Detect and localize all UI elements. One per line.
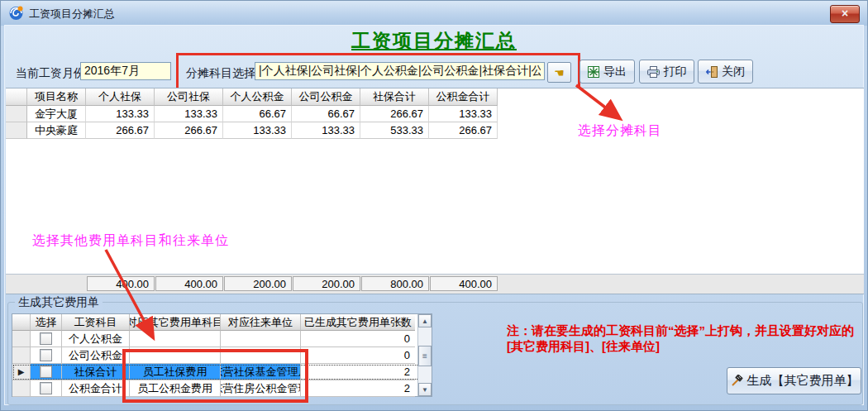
row-arrow-icon: ▶	[18, 367, 25, 376]
annotation-subject-hint: 选择分摊科目	[578, 122, 662, 140]
cell-expense-subject[interactable]: 员工公积金费用	[130, 380, 221, 397]
window-title: 工资项目分摊汇总	[29, 7, 115, 22]
cell-count[interactable]: 2	[301, 380, 415, 397]
cell[interactable]: 266.67	[429, 122, 498, 139]
cell[interactable]: 66.67	[292, 106, 360, 122]
checkbox-unchecked[interactable]	[40, 382, 52, 394]
month-label: 当前工资月份	[16, 66, 85, 81]
cell[interactable]: 533.33	[360, 122, 429, 139]
total-cell: 400.00	[430, 276, 498, 291]
row-indicator	[12, 380, 31, 397]
cell[interactable]: 266.67	[86, 122, 155, 139]
print-label: 打印	[664, 65, 687, 79]
generate-expense-button[interactable]: 生成【其它费用单】	[727, 367, 861, 394]
app-icon	[8, 5, 24, 21]
expense-header-cell: 对应往来单位	[221, 314, 301, 331]
summary-header-cell: 公司公积金	[292, 88, 360, 106]
printer-icon	[647, 66, 660, 78]
print-button[interactable]: 打印	[639, 60, 694, 84]
close-button[interactable]: 关闭	[698, 60, 753, 84]
select-checkbox-cell[interactable]	[31, 364, 62, 380]
cell[interactable]: 66.67	[223, 106, 292, 122]
cell[interactable]: 133.33	[86, 106, 155, 122]
cell-count[interactable]: 0	[301, 331, 415, 347]
expense-header-cell: 已生成其它费用单张数	[301, 314, 415, 331]
cell[interactable]: 133.33	[292, 122, 360, 139]
total-cell: 400.00	[87, 276, 155, 291]
summary-header-cell: 个人社保	[86, 88, 155, 106]
vertical-scrollbar[interactable]: ▲ ≡ ▼	[417, 314, 432, 396]
scroll-thumb[interactable]: ≡	[418, 346, 432, 366]
cell-unit[interactable]	[221, 347, 301, 364]
cell[interactable]: 133.33	[223, 122, 292, 139]
cell[interactable]: 266.67	[155, 122, 223, 139]
annotation-expense-hint: 选择其他费用单科目和往来单位	[32, 232, 229, 250]
cell-expense-subject[interactable]	[130, 347, 221, 364]
subject-picker-button[interactable]: ☚	[547, 62, 571, 83]
export-label: 导出	[603, 65, 627, 79]
generate-label: 生成【其它费用单】	[747, 373, 859, 389]
scroll-down-button[interactable]: ▼	[418, 383, 432, 396]
cell-salary-subject[interactable]: 公司公积金	[62, 347, 130, 364]
cell-salary-subject[interactable]: 公积金合计	[62, 380, 130, 397]
total-cell: 200.00	[293, 276, 360, 291]
exit-door-icon	[706, 66, 718, 78]
summary-header-cell: 项目名称	[27, 88, 86, 106]
row-indicator	[12, 331, 31, 347]
cell-count[interactable]: 0	[301, 347, 415, 364]
cell-project-name[interactable]: 中央豪庭	[27, 122, 86, 139]
summary-row[interactable]: 中央豪庭 266.67 266.67 133.33 133.33 533.33 …	[6, 122, 498, 139]
pointing-hand-icon: ☚	[554, 66, 565, 79]
cell[interactable]: 133.33	[429, 106, 498, 122]
expense-header-indicator	[12, 314, 31, 331]
page-title: 工资项目分摊汇总	[1, 28, 867, 54]
expense-header-cell: 选择	[31, 314, 62, 331]
summary-header-cell: 社保合计	[360, 88, 429, 106]
cell-unit[interactable]: 东营社保基金管理局	[221, 364, 301, 380]
cell-expense-subject[interactable]: 员工社保费用	[130, 364, 221, 380]
scroll-up-button[interactable]: ▲	[418, 314, 432, 327]
checkbox-unchecked[interactable]	[40, 366, 52, 378]
cell-salary-subject[interactable]: 社保合计	[62, 364, 130, 380]
select-checkbox-cell[interactable]	[31, 347, 62, 364]
expense-row-selected[interactable]: ▶ 社保合计 员工社保费用 东营社保基金管理局 2	[12, 364, 432, 380]
summary-row[interactable]: 金宇大厦 133.33 133.33 66.67 66.67 266.67 13…	[6, 106, 498, 122]
summary-header-cell: 公司社保	[155, 88, 223, 106]
summary-grid: 项目名称 个人社保 公司社保 个人公积金 公司公积金 社保合计 公积金合计 金宇…	[6, 88, 864, 293]
title-bar: 工资项目分摊汇总 ×	[1, 1, 867, 26]
row-indicator	[6, 106, 27, 122]
summary-totals-row: 400.00 400.00 200.00 200.00 800.00 400.0…	[6, 274, 864, 294]
cell-unit[interactable]: 东营住房公积金管理	[221, 380, 301, 397]
total-cell: 200.00	[224, 276, 292, 291]
cell-expense-subject[interactable]	[130, 331, 221, 347]
total-cell: 400.00	[155, 276, 223, 291]
expense-row[interactable]: 个人公积金 0	[12, 331, 432, 347]
export-button[interactable]: 导出	[579, 60, 635, 84]
cell-salary-subject[interactable]: 个人公积金	[62, 331, 130, 347]
expense-header-cell: 对应其它费用单科目	[130, 314, 221, 331]
expense-row[interactable]: 公司公积金 0	[12, 347, 432, 364]
cell-unit[interactable]	[221, 331, 301, 347]
cell[interactable]: 266.67	[360, 106, 429, 122]
cell-count[interactable]: 2	[301, 364, 415, 380]
cell[interactable]: 133.33	[155, 106, 223, 122]
current-row-indicator: ▶	[12, 364, 31, 380]
select-checkbox-cell[interactable]	[31, 331, 62, 347]
expense-header-cell: 工资科目	[62, 314, 130, 331]
expense-row[interactable]: 公积金合计 员工公积金费用 东营住房公积金管理 2	[12, 380, 432, 397]
excel-icon	[588, 66, 599, 78]
subject-input[interactable]	[255, 62, 545, 80]
window-close-button[interactable]: ×	[830, 5, 860, 23]
note-text: 注：请在要生成的工资科目前“选择”上打钩，并且设置好对应的[其它费用科目]、[往…	[507, 323, 866, 354]
select-checkbox-cell[interactable]	[31, 380, 62, 397]
cell-project-name[interactable]: 金宇大厦	[27, 106, 86, 122]
row-indicator	[12, 347, 31, 364]
checkbox-unchecked[interactable]	[40, 349, 52, 361]
row-indicator	[6, 122, 27, 139]
summary-header-cell: 个人公积金	[223, 88, 292, 106]
month-input[interactable]	[80, 62, 171, 80]
close-label: 关闭	[722, 65, 745, 79]
expense-group-title: 生成其它费用单	[15, 295, 103, 310]
hammer-icon	[730, 375, 743, 388]
checkbox-unchecked[interactable]	[40, 332, 52, 345]
